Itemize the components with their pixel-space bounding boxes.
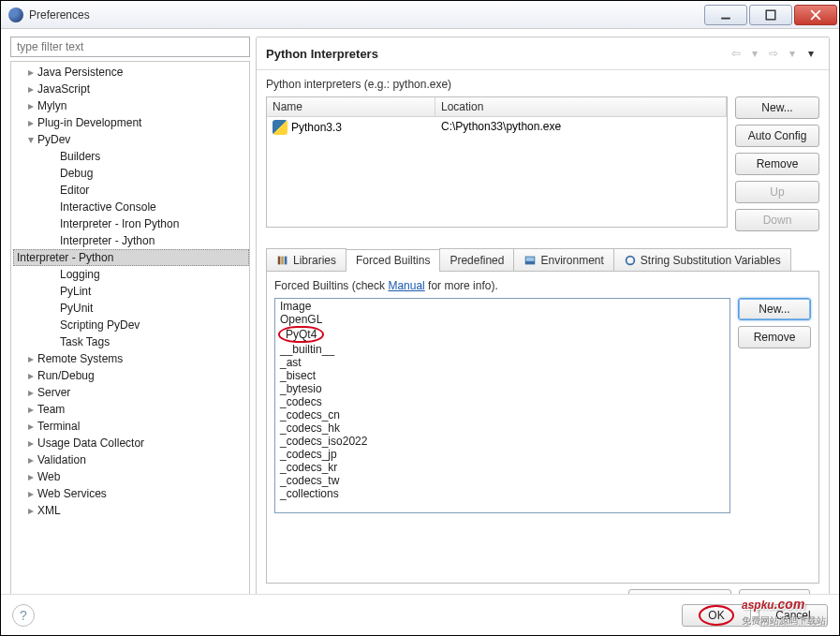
auto-config-button[interactable]: Auto Config [735,125,819,147]
page-description: Python interpreters (e.g.: python.exe) [266,78,819,91]
pref-tree[interactable]: ▸Java Persistence▸JavaScript▸Mylyn▸Plug-… [10,61,250,626]
tree-item[interactable]: Interpreter - Iron Python [13,215,249,232]
tree-item[interactable]: ▸Mylyn [13,97,249,114]
tab-forced-builtins[interactable]: Forced Builtins [346,249,440,272]
tree-item[interactable]: ▸Validation [13,451,249,468]
page-body: Python interpreters (e.g.: python.exe) N… [257,70,829,625]
col-location[interactable]: Location [435,97,727,116]
tab-predefined[interactable]: Predefined [439,248,514,271]
tree-item[interactable]: ▸Web Services [13,485,249,502]
list-item[interactable]: PyQt4 [276,326,729,343]
svg-point-9 [626,256,634,264]
tree-item[interactable]: PyLint [13,283,249,300]
list-item[interactable]: _codecs [276,395,729,408]
interp-location: C:\Python33\python.exe [435,117,727,138]
list-item[interactable]: _codecs_jp [276,448,729,461]
libraries-icon [276,254,289,267]
list-item[interactable]: _ast [276,356,729,369]
tree-item[interactable]: ▸Team [13,401,249,418]
list-item[interactable]: _collections [276,487,729,500]
titlebar: Preferences [1,1,839,29]
remove-interp-button[interactable]: Remove [735,153,819,175]
table-header: Name Location [267,97,727,117]
interp-buttons: New... Auto Config Remove Up Down [735,96,819,231]
tab-libraries[interactable]: Libraries [266,248,346,271]
builtins-buttons: New... Remove [738,298,811,575]
tree-item[interactable]: Logging [13,266,249,283]
list-item[interactable]: _bisect [276,369,729,382]
tree-item[interactable]: ▸Web [13,468,249,485]
list-item[interactable]: _codecs_iso2022 [276,435,729,448]
content: ▸Java Persistence▸JavaScript▸Mylyn▸Plug-… [1,29,839,635]
tree-item[interactable]: Task Tags [13,333,249,350]
tab-environment[interactable]: Environment [513,248,613,271]
tabbar: Libraries Forced Builtins Predefined Env… [266,248,819,272]
nav-back-menu-icon[interactable]: ▾ [746,45,763,62]
tab-string-sub[interactable]: String Substitution Variables [613,248,791,271]
tree-item[interactable]: Interpreter - Jython [13,232,249,249]
interp-name: Python3.3 [291,121,342,134]
svg-rect-5 [281,256,284,264]
list-item[interactable]: _codecs_cn [276,408,729,422]
nav-menu-icon[interactable]: ▾ [803,45,819,62]
list-item[interactable]: _codecs_hk [276,422,729,435]
nav-back-icon[interactable]: ⇦ [728,45,744,62]
tree-item[interactable]: ▸Terminal [13,418,249,435]
dialog-bottom-bar: ? OK Cancel [1,594,839,635]
app-icon [8,7,23,22]
filter-input[interactable] [10,37,250,57]
builtins-list[interactable]: ImageOpenGLPyQt4__builtin___ast_bisect_b… [274,298,730,513]
watermark: aspku.com 免费网站源码下载站 [742,590,826,628]
table-row[interactable]: Python3.3 C:\Python33\python.exe [267,117,727,138]
tree-item[interactable]: ▸XML [13,502,249,519]
col-name[interactable]: Name [267,97,435,116]
tree-item[interactable]: Debug [13,165,249,182]
close-button[interactable] [794,5,837,25]
python-icon [273,120,287,135]
tree-item[interactable]: ▸Java Persistence [13,64,249,81]
page-title: Python Interpreters [266,47,378,61]
left-panel: ▸Java Persistence▸JavaScript▸Mylyn▸Plug-… [10,37,250,626]
tree-item[interactable]: Interpreter - Python [13,249,249,266]
svg-rect-1 [766,10,775,20]
tree-item[interactable]: Builders [13,148,249,165]
tree-item[interactable]: ▸Server [13,384,249,401]
window-title: Preferences [29,8,90,22]
manual-link[interactable]: Manual [388,279,424,292]
stringsub-icon [624,254,637,267]
tree-item[interactable]: ▸JavaScript [13,81,249,97]
ok-button[interactable]: OK [682,604,751,627]
tree-item[interactable]: ▸Remote Systems [13,350,249,367]
list-item[interactable]: OpenGL [276,313,729,326]
remove-builtin-button[interactable]: Remove [738,326,811,348]
right-panel: Python Interpreters ⇦ ▾ ⇨ ▾ ▾ Python int… [256,37,830,626]
list-item[interactable]: __builtin__ [276,343,729,356]
interpreters-table[interactable]: Name Location Python3.3 C:\Python33\pyth… [266,96,728,228]
list-item[interactable]: _codecs_kr [276,461,729,474]
new-interp-button[interactable]: New... [735,96,819,119]
tree-item[interactable]: Interactive Console [13,199,249,215]
tree-item[interactable]: ▸Usage Data Collector [13,435,249,451]
forced-desc: Forced Builtins (check Manual for more i… [274,279,811,292]
list-item[interactable]: _bytesio [276,382,729,395]
nav-forward-icon[interactable]: ⇨ [765,45,782,62]
maximize-button[interactable] [749,5,792,25]
tree-item[interactable]: PyUnit [13,300,249,317]
list-item[interactable]: Image [276,300,729,313]
down-button[interactable]: Down [735,209,819,231]
tab-body: Forced Builtins (check Manual for more i… [266,272,819,584]
tree-item[interactable]: ▸Run/Debug [13,367,249,384]
page-header: Python Interpreters ⇦ ▾ ⇨ ▾ ▾ [257,37,829,70]
tree-item[interactable]: Scripting PyDev [13,317,249,333]
list-item[interactable]: _codecs_tw [276,474,729,487]
tree-item[interactable]: ▸Plug-in Development [13,114,249,131]
svg-rect-8 [526,257,535,260]
new-builtin-button[interactable]: New... [738,298,811,320]
interpreters-row: Name Location Python3.3 C:\Python33\pyth… [266,96,819,231]
nav-forward-menu-icon[interactable]: ▾ [784,45,801,62]
tree-item[interactable]: Editor [13,182,249,199]
tree-item[interactable]: ▾PyDev [13,131,249,148]
up-button[interactable]: Up [735,181,819,203]
help-button[interactable]: ? [12,604,35,627]
minimize-button[interactable] [704,5,747,25]
